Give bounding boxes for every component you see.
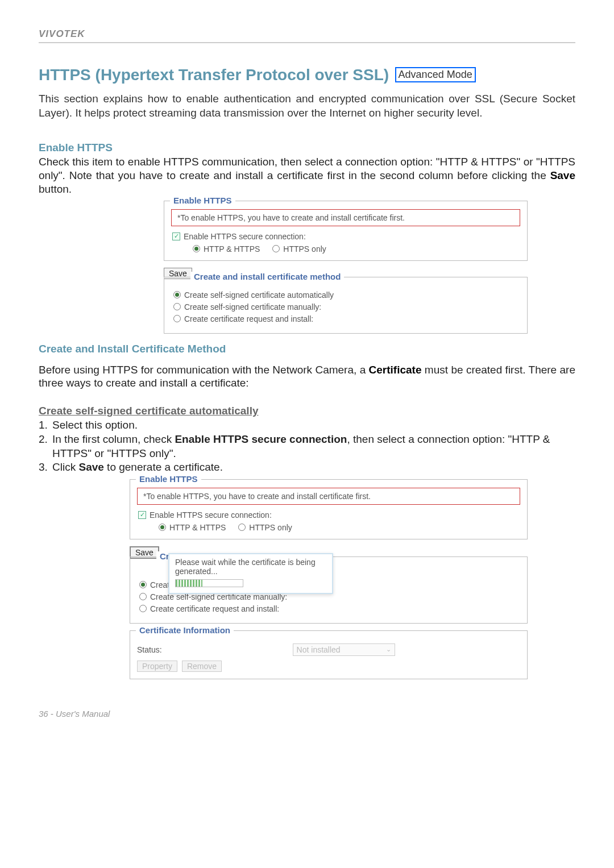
radio-icon[interactable] [139, 581, 147, 588]
radio-label: Create self-signed certificate automatic… [184, 290, 334, 300]
radio-icon[interactable] [139, 593, 147, 600]
checkbox-label: Enable HTTPS secure connection: [184, 232, 306, 241]
radio-label: HTTPS only [283, 244, 326, 254]
list-item: 3. Click Save to generate a certificate. [39, 460, 575, 475]
remove-button[interactable]: Remove [182, 661, 222, 672]
brand-logo: VIVOTEK [39, 28, 85, 39]
status-value: Not installed [297, 645, 341, 654]
bold-text: Save [78, 461, 103, 473]
text: Before using HTTPS for communication wit… [39, 364, 369, 376]
checkbox-label: Enable HTTPS secure connection: [150, 510, 272, 520]
mode-badge: Advanced Mode [395, 67, 476, 82]
screenshot-enable-https: Enable HTTPS *To enable HTTPS, you have … [164, 201, 528, 334]
radio-label: Create certificate request and install: [184, 314, 313, 323]
radio-icon[interactable] [272, 245, 280, 252]
radio-label: Create self-signed certificate manually: [184, 302, 321, 312]
fieldset-legend: Certificate Information [136, 625, 234, 635]
text: button. [39, 183, 72, 195]
intro-paragraph: This section explains how to enable auth… [39, 92, 575, 120]
text: Check this item to enable HTTPS communic… [39, 156, 575, 181]
radio-icon[interactable] [238, 524, 246, 531]
checkbox-icon[interactable]: ✓ [172, 232, 180, 240]
radio-icon[interactable] [173, 303, 181, 310]
section-body-enable-https: Check this item to enable HTTPS communic… [39, 155, 575, 196]
list-item: 1. Select this option. [39, 418, 575, 433]
radio-label: HTTP & HTTPS [169, 523, 226, 532]
list-item: 2. In the first column, check Enable HTT… [39, 433, 575, 460]
radio-icon[interactable] [139, 605, 147, 612]
bold-text: Enable HTTPS secure connection [175, 433, 347, 445]
text: 3. [39, 460, 52, 475]
checkbox-icon[interactable]: ✓ [138, 511, 146, 519]
property-button[interactable]: Property [137, 661, 177, 672]
popup-text: Please wait while the certificate is bei… [175, 558, 326, 576]
section-body-cert-method: Before using HTTPS for communication wit… [39, 363, 575, 391]
section-heading-cert-method: Create and Install Certificate Method [39, 343, 575, 355]
sub-heading-auto: Create self-signed certificate automatic… [39, 405, 575, 417]
bold-certificate: Certificate [369, 364, 422, 376]
radio-icon[interactable] [173, 291, 181, 298]
chevron-down-icon: ⌄ [386, 646, 391, 653]
text: 1. [39, 418, 52, 433]
fieldset-legend: Create and install certificate method [190, 272, 344, 281]
text: Select this option. [52, 418, 575, 433]
fieldset-legend: Enable HTTPS [170, 196, 235, 205]
radio-label: Create certificate request and install: [150, 604, 279, 613]
radio-icon[interactable] [159, 524, 166, 531]
radio-icon[interactable] [173, 315, 181, 322]
radio-label: HTTPS only [249, 523, 292, 532]
page-footer: 36 - User's Manual [39, 702, 575, 719]
text: to generate a certificate. [104, 461, 223, 473]
page-title: HTTPS (Hypertext Transfer Protocol over … [39, 66, 389, 84]
screenshot-generating: Enable HTTPS *To enable HTTPS, you have … [130, 479, 528, 679]
fieldset-legend: Enable HTTPS [136, 474, 201, 484]
text: Click Save to generate a certificate. [52, 460, 575, 475]
status-label: Status: [137, 645, 162, 654]
text: 2. [39, 433, 52, 460]
radio-icon[interactable] [193, 245, 200, 252]
status-dropdown[interactable]: Not installed ⌄ [293, 643, 395, 656]
radio-label: HTTP & HTTPS [204, 244, 260, 254]
text: Click [52, 461, 78, 473]
progress-popup: Please wait while the certificate is bei… [168, 553, 333, 594]
bold-save: Save [550, 169, 575, 181]
text: In the first column, check [52, 433, 175, 445]
note-box: *To enable HTTPS, you have to create and… [171, 209, 520, 226]
section-heading-enable-https: Enable HTTPS [39, 142, 575, 154]
progress-bar [175, 579, 243, 587]
note-box: *To enable HTTPS, you have to create and… [137, 488, 520, 505]
text: In the first column, check Enable HTTPS … [52, 433, 575, 460]
